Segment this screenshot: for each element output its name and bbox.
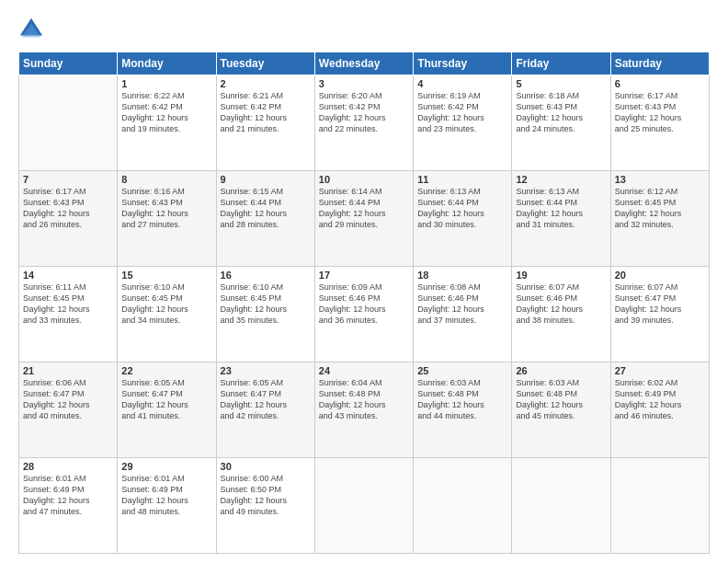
cell-info: Sunrise: 6:05 AM Sunset: 6:47 PM Dayligh… bbox=[221, 377, 311, 422]
calendar-cell: 11Sunrise: 6:13 AM Sunset: 6:44 PM Dayli… bbox=[414, 171, 512, 267]
header-day-saturday: Saturday bbox=[610, 52, 709, 75]
cell-info: Sunrise: 6:01 AM Sunset: 6:49 PM Dayligh… bbox=[23, 473, 113, 518]
cell-info: Sunrise: 6:05 AM Sunset: 6:47 PM Dayligh… bbox=[121, 377, 211, 422]
page: SundayMondayTuesdayWednesdayThursdayFrid… bbox=[0, 0, 728, 563]
day-number: 20 bbox=[615, 270, 705, 281]
cell-info: Sunrise: 6:11 AM Sunset: 6:45 PM Dayligh… bbox=[23, 282, 113, 327]
day-number: 7 bbox=[23, 174, 113, 185]
calendar-table: SundayMondayTuesdayWednesdayThursdayFrid… bbox=[18, 52, 710, 554]
day-number: 29 bbox=[121, 461, 211, 472]
cell-info: Sunrise: 6:07 AM Sunset: 6:47 PM Dayligh… bbox=[615, 282, 705, 327]
calendar-cell: 25Sunrise: 6:03 AM Sunset: 6:48 PM Dayli… bbox=[414, 362, 512, 458]
cell-info: Sunrise: 6:10 AM Sunset: 6:45 PM Dayligh… bbox=[221, 282, 311, 327]
header-day-friday: Friday bbox=[512, 52, 610, 75]
day-number: 21 bbox=[23, 365, 113, 376]
day-number: 23 bbox=[221, 365, 311, 376]
cell-info: Sunrise: 6:15 AM Sunset: 6:44 PM Dayligh… bbox=[221, 186, 311, 231]
calendar-cell: 13Sunrise: 6:12 AM Sunset: 6:45 PM Dayli… bbox=[610, 171, 709, 267]
calendar-cell: 30Sunrise: 6:00 AM Sunset: 6:50 PM Dayli… bbox=[216, 458, 314, 554]
day-number: 30 bbox=[221, 461, 311, 472]
cell-info: Sunrise: 6:06 AM Sunset: 6:47 PM Dayligh… bbox=[23, 377, 113, 422]
header-day-tuesday: Tuesday bbox=[216, 52, 314, 75]
logo-icon bbox=[18, 17, 44, 42]
day-number: 19 bbox=[516, 270, 606, 281]
cell-info: Sunrise: 6:03 AM Sunset: 6:48 PM Dayligh… bbox=[516, 377, 606, 422]
cell-info: Sunrise: 6:03 AM Sunset: 6:48 PM Dayligh… bbox=[417, 377, 507, 422]
cell-info: Sunrise: 6:00 AM Sunset: 6:50 PM Dayligh… bbox=[221, 473, 311, 518]
cell-info: Sunrise: 6:04 AM Sunset: 6:48 PM Dayligh… bbox=[319, 377, 409, 422]
cell-info: Sunrise: 6:13 AM Sunset: 6:44 PM Dayligh… bbox=[516, 186, 606, 231]
calendar-cell: 8Sunrise: 6:16 AM Sunset: 6:43 PM Daylig… bbox=[118, 171, 216, 267]
day-number: 4 bbox=[417, 78, 507, 89]
week-row-1: 1Sunrise: 6:22 AM Sunset: 6:42 PM Daylig… bbox=[19, 75, 710, 171]
cell-info: Sunrise: 6:10 AM Sunset: 6:45 PM Dayligh… bbox=[121, 282, 211, 327]
day-number: 3 bbox=[319, 78, 409, 89]
cell-info: Sunrise: 6:17 AM Sunset: 6:43 PM Dayligh… bbox=[23, 186, 113, 231]
header-day-wednesday: Wednesday bbox=[314, 52, 413, 75]
calendar-cell: 24Sunrise: 6:04 AM Sunset: 6:48 PM Dayli… bbox=[314, 362, 413, 458]
calendar-cell: 4Sunrise: 6:19 AM Sunset: 6:42 PM Daylig… bbox=[414, 75, 512, 171]
calendar-cell bbox=[19, 75, 118, 171]
calendar-cell: 15Sunrise: 6:10 AM Sunset: 6:45 PM Dayli… bbox=[118, 267, 216, 362]
calendar-cell: 19Sunrise: 6:07 AM Sunset: 6:46 PM Dayli… bbox=[512, 267, 610, 362]
day-number: 10 bbox=[319, 174, 409, 185]
calendar-cell: 16Sunrise: 6:10 AM Sunset: 6:45 PM Dayli… bbox=[216, 267, 314, 362]
day-number: 9 bbox=[221, 174, 311, 185]
day-number: 25 bbox=[417, 365, 507, 376]
cell-info: Sunrise: 6:17 AM Sunset: 6:43 PM Dayligh… bbox=[615, 90, 705, 135]
week-row-3: 14Sunrise: 6:11 AM Sunset: 6:45 PM Dayli… bbox=[19, 267, 710, 362]
cell-info: Sunrise: 6:16 AM Sunset: 6:43 PM Dayligh… bbox=[121, 186, 211, 231]
calendar-cell: 12Sunrise: 6:13 AM Sunset: 6:44 PM Dayli… bbox=[512, 171, 610, 267]
day-number: 2 bbox=[221, 78, 311, 89]
calendar-cell: 6Sunrise: 6:17 AM Sunset: 6:43 PM Daylig… bbox=[610, 75, 709, 171]
week-row-2: 7Sunrise: 6:17 AM Sunset: 6:43 PM Daylig… bbox=[19, 171, 710, 267]
calendar-cell: 17Sunrise: 6:09 AM Sunset: 6:46 PM Dayli… bbox=[314, 267, 413, 362]
calendar-cell: 29Sunrise: 6:01 AM Sunset: 6:49 PM Dayli… bbox=[118, 458, 216, 554]
day-number: 13 bbox=[615, 174, 705, 185]
calendar-body: 1Sunrise: 6:22 AM Sunset: 6:42 PM Daylig… bbox=[19, 75, 710, 554]
calendar-cell bbox=[512, 458, 610, 554]
day-number: 8 bbox=[121, 174, 211, 185]
calendar-cell: 7Sunrise: 6:17 AM Sunset: 6:43 PM Daylig… bbox=[19, 171, 118, 267]
day-number: 22 bbox=[121, 365, 211, 376]
cell-info: Sunrise: 6:20 AM Sunset: 6:42 PM Dayligh… bbox=[319, 90, 409, 135]
calendar-cell: 2Sunrise: 6:21 AM Sunset: 6:42 PM Daylig… bbox=[216, 75, 314, 171]
calendar-cell: 26Sunrise: 6:03 AM Sunset: 6:48 PM Dayli… bbox=[512, 362, 610, 458]
day-number: 15 bbox=[121, 270, 211, 281]
cell-info: Sunrise: 6:09 AM Sunset: 6:46 PM Dayligh… bbox=[319, 282, 409, 327]
day-number: 6 bbox=[615, 78, 705, 89]
day-number: 12 bbox=[516, 174, 606, 185]
calendar-cell: 20Sunrise: 6:07 AM Sunset: 6:47 PM Dayli… bbox=[610, 267, 709, 362]
cell-info: Sunrise: 6:13 AM Sunset: 6:44 PM Dayligh… bbox=[417, 186, 507, 231]
cell-info: Sunrise: 6:22 AM Sunset: 6:42 PM Dayligh… bbox=[121, 90, 211, 135]
calendar-cell: 14Sunrise: 6:11 AM Sunset: 6:45 PM Dayli… bbox=[19, 267, 118, 362]
calendar-cell: 22Sunrise: 6:05 AM Sunset: 6:47 PM Dayli… bbox=[118, 362, 216, 458]
header-day-thursday: Thursday bbox=[414, 52, 512, 75]
calendar-cell: 21Sunrise: 6:06 AM Sunset: 6:47 PM Dayli… bbox=[19, 362, 118, 458]
calendar-header: SundayMondayTuesdayWednesdayThursdayFrid… bbox=[19, 52, 710, 75]
cell-info: Sunrise: 6:18 AM Sunset: 6:43 PM Dayligh… bbox=[516, 90, 606, 135]
cell-info: Sunrise: 6:07 AM Sunset: 6:46 PM Dayligh… bbox=[516, 282, 606, 327]
calendar-cell: 28Sunrise: 6:01 AM Sunset: 6:49 PM Dayli… bbox=[19, 458, 118, 554]
calendar-cell: 27Sunrise: 6:02 AM Sunset: 6:49 PM Dayli… bbox=[610, 362, 709, 458]
day-number: 24 bbox=[319, 365, 409, 376]
calendar-cell: 5Sunrise: 6:18 AM Sunset: 6:43 PM Daylig… bbox=[512, 75, 610, 171]
header bbox=[18, 17, 710, 42]
day-number: 1 bbox=[121, 78, 211, 89]
day-number: 14 bbox=[23, 270, 113, 281]
week-row-4: 21Sunrise: 6:06 AM Sunset: 6:47 PM Dayli… bbox=[19, 362, 710, 458]
calendar-cell: 1Sunrise: 6:22 AM Sunset: 6:42 PM Daylig… bbox=[118, 75, 216, 171]
day-number: 26 bbox=[516, 365, 606, 376]
day-number: 16 bbox=[221, 270, 311, 281]
calendar-cell: 9Sunrise: 6:15 AM Sunset: 6:44 PM Daylig… bbox=[216, 171, 314, 267]
cell-info: Sunrise: 6:01 AM Sunset: 6:49 PM Dayligh… bbox=[121, 473, 211, 518]
calendar-cell bbox=[610, 458, 709, 554]
cell-info: Sunrise: 6:08 AM Sunset: 6:46 PM Dayligh… bbox=[417, 282, 507, 327]
calendar-cell: 10Sunrise: 6:14 AM Sunset: 6:44 PM Dayli… bbox=[314, 171, 413, 267]
day-number: 5 bbox=[516, 78, 606, 89]
day-number: 11 bbox=[417, 174, 507, 185]
day-number: 17 bbox=[319, 270, 409, 281]
header-day-monday: Monday bbox=[118, 52, 216, 75]
calendar-cell bbox=[414, 458, 512, 554]
cell-info: Sunrise: 6:14 AM Sunset: 6:44 PM Dayligh… bbox=[319, 186, 409, 231]
